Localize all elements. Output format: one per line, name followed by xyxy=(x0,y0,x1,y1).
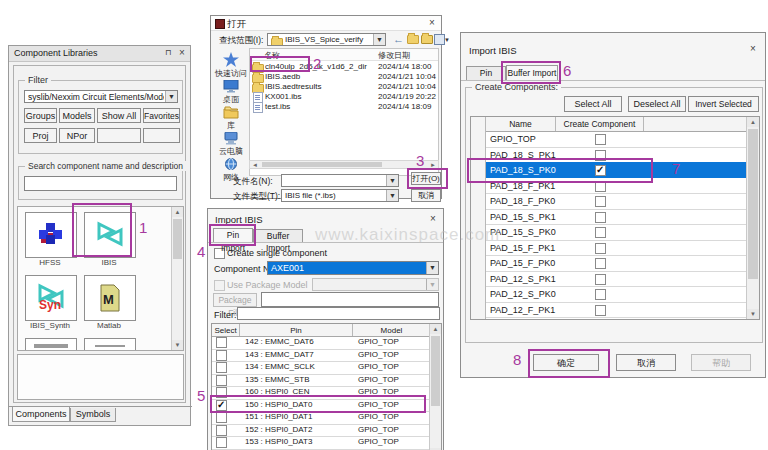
component-grid-scrollbar[interactable]: ▲ ▼ xyxy=(171,207,183,350)
row-checkbox[interactable] xyxy=(216,350,227,361)
show-all-button[interactable]: Show All xyxy=(97,108,141,123)
use-package-checkbox[interactable] xyxy=(214,280,225,291)
component-item-partial[interactable] xyxy=(25,338,77,351)
look-in-select[interactable]: IBIS_VS_Spice_verify ▼ xyxy=(267,33,386,46)
row-selector[interactable] xyxy=(471,209,486,225)
header-create-component[interactable]: Create Component xyxy=(556,117,644,131)
row-checkbox[interactable] xyxy=(216,437,227,448)
header-pin[interactable]: Pin xyxy=(240,324,353,336)
header-name[interactable]: Name xyxy=(486,117,556,131)
buffer-row[interactable]: PAD_15_S_PK0 xyxy=(471,224,747,241)
open-button[interactable]: 打开(O) xyxy=(411,172,441,185)
open-dialog-titlebar[interactable]: 打开 × xyxy=(211,16,441,31)
row-checkbox[interactable] xyxy=(595,243,606,254)
row-checkbox[interactable] xyxy=(595,150,606,161)
row-checkbox[interactable] xyxy=(216,412,227,423)
row-checkbox[interactable] xyxy=(216,362,227,373)
empty-button-2[interactable] xyxy=(143,128,180,143)
row-checkbox[interactable] xyxy=(216,375,227,386)
buffer-row[interactable]: PAD_18_F_PK1 xyxy=(471,178,747,195)
pin-row-selected[interactable]: 150 : HSPI0_DAT0 GPIO_TOP xyxy=(212,399,430,413)
tab-buffer-import[interactable]: Buffer Import xyxy=(253,229,303,242)
buffer-row[interactable]: PAD_15_F_PK0 xyxy=(471,255,747,272)
libraries-icon[interactable] xyxy=(223,106,239,119)
this-pc-icon[interactable] xyxy=(223,132,239,145)
row-checkbox[interactable] xyxy=(595,181,606,192)
new-folder-icon[interactable] xyxy=(421,35,433,46)
proj-button[interactable]: Proj xyxy=(24,128,57,143)
row-checkbox[interactable] xyxy=(595,289,606,300)
chevron-down-icon[interactable]: ▼ xyxy=(426,262,438,274)
header-select[interactable]: Select xyxy=(212,324,240,336)
row-selector[interactable] xyxy=(471,317,486,320)
groups-button[interactable]: Groups xyxy=(24,108,57,123)
cancel-button[interactable]: 取消 xyxy=(411,189,441,202)
file-row[interactable]: test.ibs 2024/1/4 18:09 xyxy=(250,102,438,112)
buffer-row[interactable]: PAD_12_S_PK0 xyxy=(471,286,747,303)
row-selector[interactable] xyxy=(471,302,486,318)
filter-input[interactable] xyxy=(237,307,440,320)
component-item-ibis[interactable] xyxy=(84,212,136,258)
row-checkbox[interactable] xyxy=(216,387,227,398)
file-list-hscrollbar[interactable]: ◄ ► xyxy=(249,160,439,169)
pin-table-scrollbar[interactable]: ▲ ▼ xyxy=(429,324,441,450)
chevron-down-icon[interactable]: ▼ xyxy=(165,91,177,102)
network-icon[interactable] xyxy=(224,158,239,171)
row-selector[interactable] xyxy=(471,224,486,240)
pin-row[interactable]: 135 : EMMC_STB GPIO_TOP xyxy=(212,374,430,388)
help-button[interactable]: 帮助 xyxy=(691,354,751,371)
quick-access-icon[interactable] xyxy=(223,52,239,67)
tab-pin-import[interactable]: Pin Import xyxy=(213,228,253,242)
row-selector[interactable] xyxy=(471,162,486,178)
package-file-field[interactable] xyxy=(261,292,439,307)
library-select[interactable]: syslib/Nexxim Circuit Elements/Models ▼ xyxy=(24,90,178,103)
tab-components[interactable]: Components xyxy=(12,407,70,422)
row-selector[interactable] xyxy=(471,255,486,271)
close-icon[interactable]: × xyxy=(427,213,439,225)
file-row[interactable]: IBIS.aedb 2024/1/21 10:04 xyxy=(250,72,438,82)
buffer-row-partial[interactable]: PAD_12_F_PK0 xyxy=(471,317,747,320)
row-checkbox-checked[interactable] xyxy=(216,400,227,411)
scroll-right-icon[interactable]: ► xyxy=(430,162,436,168)
row-checkbox[interactable] xyxy=(595,274,606,285)
column-name[interactable]: 名称 xyxy=(264,50,280,61)
row-selector[interactable] xyxy=(471,240,486,256)
cancel-button[interactable]: 取消 xyxy=(616,354,676,371)
buffer-row[interactable]: PAD_15_F_PK1 xyxy=(471,240,747,257)
pin-row[interactable]: 142 : EMMC_DAT6 GPIO_TOP xyxy=(212,336,430,350)
package-model-select[interactable]: ▼ xyxy=(312,278,439,291)
row-checkbox[interactable] xyxy=(595,305,606,316)
ok-button[interactable]: 确定 xyxy=(533,354,599,371)
buffer-table-scrollbar[interactable]: ▲ ▼ xyxy=(746,117,759,319)
chevron-down-icon[interactable]: ▼ xyxy=(373,34,385,45)
row-checkbox[interactable] xyxy=(595,258,606,269)
component-libraries-titlebar[interactable]: Component Libraries ⊓ × xyxy=(9,46,190,62)
row-selector[interactable] xyxy=(471,271,486,287)
file-name-input[interactable]: ▼ xyxy=(281,174,399,187)
pin-row[interactable]: 143 : EMMC_DAT7 GPIO_TOP xyxy=(212,349,430,363)
row-checkbox[interactable] xyxy=(595,134,606,145)
close-icon[interactable]: × xyxy=(176,47,188,59)
component-item-hfss[interactable] xyxy=(25,212,77,258)
select-all-button[interactable]: Select All xyxy=(564,96,622,112)
row-checkbox[interactable] xyxy=(216,337,227,348)
close-icon[interactable]: × xyxy=(747,43,759,55)
desktop-icon[interactable] xyxy=(223,80,239,93)
file-type-select[interactable]: IBIS file (*.ibs) ▼ xyxy=(281,189,399,202)
row-checkbox[interactable] xyxy=(216,425,227,436)
header-model[interactable]: Model xyxy=(353,324,430,336)
back-icon[interactable]: ← xyxy=(393,33,404,45)
file-row-kx001[interactable]: KX001.ibs 2024/1/19 20:22 xyxy=(250,92,438,102)
pin-row[interactable]: 160 : HSPI0_CEN GPIO_TOP xyxy=(212,386,430,400)
up-folder-icon[interactable] xyxy=(407,35,419,46)
sidebar-item-desktop[interactable]: 桌面 xyxy=(213,94,249,105)
npor-button[interactable]: NPor xyxy=(59,128,95,143)
search-input[interactable] xyxy=(24,176,177,191)
row-checkbox[interactable] xyxy=(595,227,606,238)
buffer-row[interactable]: GPIO_TOP xyxy=(471,131,747,148)
buffer-row[interactable]: PAD_12_F_PK1 xyxy=(471,302,747,319)
buffer-row[interactable]: PAD_15_S_PK1 xyxy=(471,209,747,226)
row-checkbox-checked[interactable] xyxy=(595,165,606,176)
row-selector[interactable] xyxy=(471,286,486,302)
tab-buffer-import[interactable]: Buffer Import xyxy=(506,65,558,80)
